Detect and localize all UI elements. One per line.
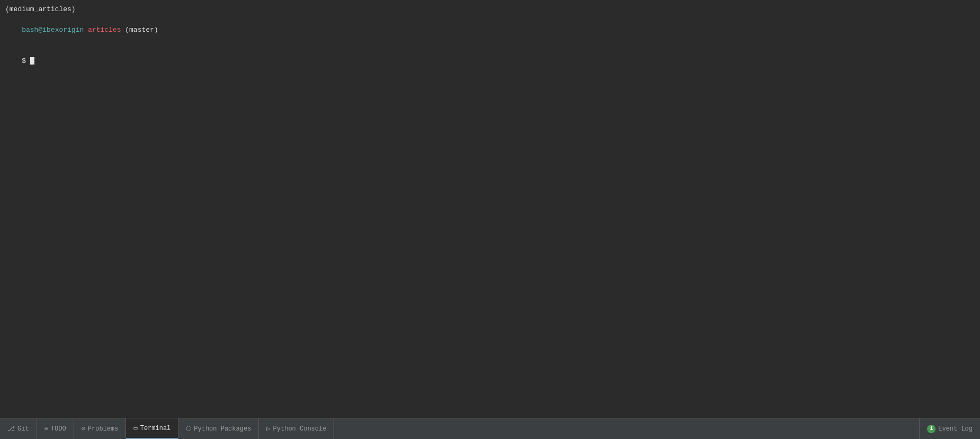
terminal-line-context: (medium_articles)	[5, 4, 975, 15]
event-log-button[interactable]: 1 Event Log	[919, 418, 980, 439]
terminal-cursor	[30, 57, 34, 65]
tab-spacer	[334, 418, 919, 439]
event-log-badge: 1	[927, 425, 936, 433]
terminal-prompt-branch: (master)	[121, 26, 158, 34]
tab-git-label: Git	[17, 425, 29, 433]
bottom-bar: ⎇ Git ≡ TODO ⊘ Problems ▭ Terminal ⬡ Pyt…	[0, 418, 980, 439]
terminal-line-input[interactable]: $	[5, 45, 975, 77]
tab-python-packages[interactable]: ⬡ Python Packages	[178, 418, 259, 439]
terminal-line-prompt: bash@ibexorigin articles (master)	[5, 15, 975, 46]
tab-todo[interactable]: ≡ TODO	[37, 418, 74, 439]
event-log-label: Event Log	[938, 425, 973, 433]
tab-terminal[interactable]: ▭ Terminal	[126, 418, 178, 439]
tab-terminal-label: Terminal	[140, 425, 171, 432]
tab-problems[interactable]: ⊘ Problems	[74, 418, 127, 439]
terminal-dollar: $	[22, 57, 30, 65]
tab-git[interactable]: ⎇ Git	[0, 418, 37, 439]
tab-todo-label: TODO	[51, 425, 66, 433]
todo-icon: ≡	[44, 425, 48, 433]
terminal-panel[interactable]: (medium_articles) bash@ibexorigin articl…	[0, 0, 980, 418]
python-console-icon: ▷	[266, 425, 270, 433]
tab-problems-label: Problems	[88, 425, 119, 433]
tab-python-packages-label: Python Packages	[194, 425, 251, 433]
python-packages-icon: ⬡	[186, 425, 191, 433]
terminal-icon: ▭	[133, 424, 137, 432]
problems-icon: ⊘	[82, 425, 85, 433]
terminal-prompt-user: bash@ibexorigin	[22, 26, 84, 34]
tab-python-console-label: Python Console	[273, 425, 327, 433]
tab-python-console[interactable]: ▷ Python Console	[259, 418, 334, 439]
terminal-prompt-dir: articles	[84, 26, 121, 34]
git-icon: ⎇	[7, 425, 15, 433]
